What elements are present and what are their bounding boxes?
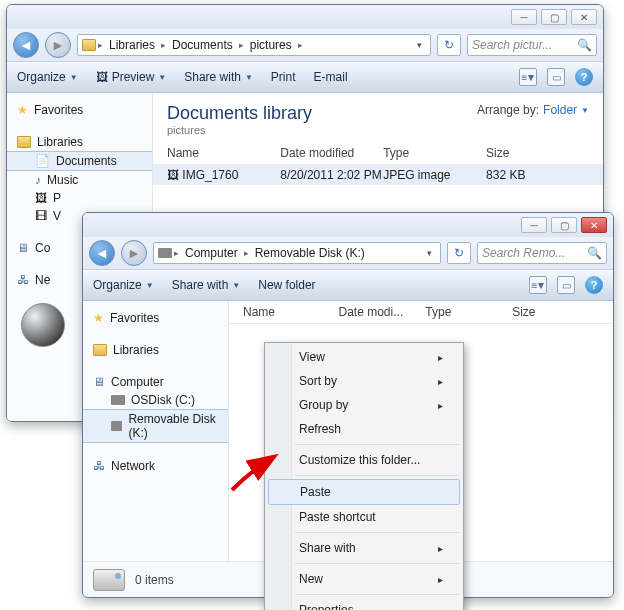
arrange-dropdown-icon: ▼ (581, 106, 589, 115)
sidebar-libraries[interactable]: Libraries (83, 341, 228, 359)
minimize-button[interactable]: ─ (521, 217, 547, 233)
new-folder-button[interactable]: New folder (258, 278, 315, 292)
col-date: Date modified (280, 146, 383, 160)
close-button[interactable]: ✕ (581, 217, 607, 233)
view-options-icon[interactable]: ≡▾ (519, 68, 537, 86)
col-name: Name (243, 305, 339, 319)
sidebar-computer[interactable]: 🖥Computer (83, 373, 228, 391)
col-type: Type (383, 146, 486, 160)
crumb-removable[interactable]: Removable Disk (K:) (251, 244, 369, 262)
crumb-pictures[interactable]: pictures (246, 36, 296, 54)
column-headers[interactable]: Name Date modified Type Size (153, 142, 603, 165)
navigation-pane: ★Favorites Libraries 🖥Computer OSDisk (C… (83, 301, 229, 561)
computer-icon: 🖥 (17, 241, 29, 255)
nav-forward-button[interactable]: ► (45, 32, 71, 58)
breadcrumb-bar[interactable]: ▸ Computer ▸ Removable Disk (K:) ▾ (153, 242, 441, 264)
videos-icon: 🎞 (35, 209, 47, 223)
search-box[interactable]: Search Remo... 🔍 (477, 242, 607, 264)
sidebar-music[interactable]: ♪Music (7, 171, 152, 189)
sidebar-network[interactable]: 🖧Network (83, 457, 228, 475)
menu-view[interactable]: View (267, 345, 461, 369)
menu-share-with[interactable]: Share with (267, 536, 461, 560)
pictures-icon: 🖼 (35, 191, 47, 205)
drive-status-icon (93, 569, 125, 591)
crumb-documents[interactable]: Documents (168, 36, 237, 54)
menu-properties[interactable]: Properties (267, 598, 461, 610)
nav-back-button[interactable]: ◄ (89, 240, 115, 266)
computer-icon: 🖥 (93, 375, 105, 389)
crumb-libraries[interactable]: Libraries (105, 36, 159, 54)
menu-group-by[interactable]: Group by (267, 393, 461, 417)
search-icon: 🔍 (587, 246, 602, 260)
preview-pane-icon[interactable]: ▭ (547, 68, 565, 86)
titlebar: ─ ▢ ✕ (7, 5, 603, 29)
preview-thumbnail (21, 303, 65, 347)
organize-button[interactable]: Organize▼ (17, 70, 78, 84)
col-size: Size (512, 305, 599, 319)
sidebar-pictures[interactable]: 🖼P (7, 189, 152, 207)
arrange-by[interactable]: Arrange by: Folder ▼ (477, 103, 589, 117)
search-icon: 🔍 (577, 38, 592, 52)
refresh-button[interactable]: ↻ (447, 242, 471, 264)
drive-icon (158, 248, 172, 258)
menu-separator (295, 563, 459, 564)
path-dropdown-icon[interactable]: ▾ (423, 248, 436, 258)
sidebar-favorites[interactable]: ★Favorites (83, 309, 228, 327)
sidebar-favorites[interactable]: ★Favorites (7, 101, 152, 119)
organize-button[interactable]: Organize▼ (93, 278, 154, 292)
chevron-right-icon: ▸ (244, 248, 249, 258)
chevron-right-icon: ▸ (174, 248, 179, 258)
chevron-right-icon: ▸ (239, 40, 244, 50)
preview-pane-icon[interactable]: ▭ (557, 276, 575, 294)
menu-customize-folder[interactable]: Customize this folder... (267, 448, 461, 472)
sidebar-documents[interactable]: 📄Documents (7, 151, 152, 171)
chevron-right-icon: ▸ (298, 40, 303, 50)
search-placeholder: Search Remo... (482, 246, 565, 260)
annotation-arrow (230, 452, 280, 492)
preview-button[interactable]: 🖼 Preview▼ (96, 70, 167, 84)
col-name: Name (167, 146, 280, 160)
help-icon[interactable]: ? (585, 276, 603, 294)
sidebar-drive-c[interactable]: OSDisk (C:) (83, 391, 228, 409)
sidebar-drive-k[interactable]: Removable Disk (K:) (83, 409, 228, 443)
document-icon: 📄 (35, 154, 50, 168)
email-button[interactable]: E-mail (314, 70, 348, 84)
view-options-icon[interactable]: ≡▾ (529, 276, 547, 294)
star-icon: ★ (17, 103, 28, 117)
nav-forward-button[interactable]: ► (121, 240, 147, 266)
network-icon: 🖧 (17, 273, 29, 287)
music-icon: ♪ (35, 173, 41, 187)
file-row[interactable]: 🖼 IMG_1760 8/20/2011 2:02 PM JPEG image … (153, 165, 603, 185)
breadcrumb-bar[interactable]: ▸ Libraries ▸ Documents ▸ pictures ▸ ▾ (77, 34, 431, 56)
drive-icon (111, 395, 125, 405)
path-dropdown-icon[interactable]: ▾ (413, 40, 426, 50)
nav-back-button[interactable]: ◄ (13, 32, 39, 58)
status-text: 0 items (135, 573, 174, 587)
menu-paste-shortcut[interactable]: Paste shortcut (267, 505, 461, 529)
address-bar: ◄ ► ▸ Libraries ▸ Documents ▸ pictures ▸… (7, 29, 603, 61)
star-icon: ★ (93, 311, 104, 325)
menu-paste[interactable]: Paste (268, 479, 460, 505)
search-box[interactable]: Search pictur... 🔍 (467, 34, 597, 56)
sidebar-libraries[interactable]: Libraries (7, 133, 152, 151)
menu-separator (295, 532, 459, 533)
share-with-button[interactable]: Share with▼ (184, 70, 253, 84)
close-button[interactable]: ✕ (571, 9, 597, 25)
print-button[interactable]: Print (271, 70, 296, 84)
menu-separator (295, 594, 459, 595)
menu-new[interactable]: New (267, 567, 461, 591)
minimize-button[interactable]: ─ (511, 9, 537, 25)
column-headers[interactable]: Name Date modi... Type Size (229, 301, 613, 324)
col-type: Type (425, 305, 512, 319)
maximize-button[interactable]: ▢ (541, 9, 567, 25)
refresh-button[interactable]: ↻ (437, 34, 461, 56)
help-icon[interactable]: ? (575, 68, 593, 86)
menu-refresh[interactable]: Refresh (267, 417, 461, 441)
library-subtitle: pictures (167, 124, 312, 136)
share-with-button[interactable]: Share with▼ (172, 278, 241, 292)
col-date: Date modi... (339, 305, 426, 319)
maximize-button[interactable]: ▢ (551, 217, 577, 233)
menu-sort-by[interactable]: Sort by (267, 369, 461, 393)
crumb-computer[interactable]: Computer (181, 244, 242, 262)
network-icon: 🖧 (93, 459, 105, 473)
